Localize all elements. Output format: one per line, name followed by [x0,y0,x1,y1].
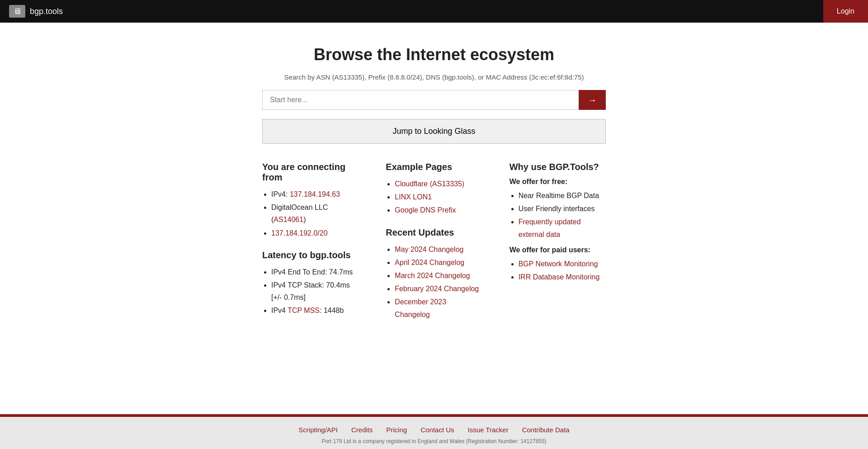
update-march-2024: March 2024 Changelog [395,269,482,282]
paid-item-2: IRR Database Monitoring [519,271,606,283]
tcp-mss-link[interactable]: TCP MSS [288,307,320,314]
latency-tcp: IPv4 TCP Stack: 70.4ms [+/- 0.7ms] [271,281,350,301]
paid-item-1: BGP Network Monitoring [519,258,606,270]
example-pages-list: Cloudflare (AS13335) LINX LON1 Google DN… [386,178,482,217]
logo-container: 🖥 bgp.tools [9,5,63,18]
latency-item-3: IPv4 TCP MSS: 1448b [271,304,359,317]
provider-text: DigitalOcean LLC (AS14061) [271,203,328,223]
linx-link[interactable]: LINX LON1 [395,193,432,201]
feb-2024-link[interactable]: February 2024 Changelog [395,285,479,293]
search-input[interactable] [262,90,579,110]
dec-2023-link[interactable]: December 2023 Changelog [395,298,446,318]
example-linx: LINX LON1 [395,191,482,203]
footer-legal: Port 179 Ltd is a company registered in … [0,438,868,444]
footer-nav: Scripting/API Credits Pricing Contact Us… [0,426,868,434]
connecting-from-list: IPv4: 137.184.194.63 DigitalOcean LLC (A… [262,188,359,239]
example-google: Google DNS Prefix [395,204,482,216]
free-heading: We offer for free: [509,178,606,186]
bgp-monitoring-link[interactable]: BGP Network Monitoring [519,260,598,268]
login-button[interactable]: Login [823,0,868,23]
tcp-mss-suffix: : 1448b [320,307,344,314]
columns: You are connecting from IPv4: 137.184.19… [262,162,606,321]
latency-heading: Latency to bgp.tools [262,250,359,260]
ipv4-item: IPv4: 137.184.194.63 [271,188,359,200]
free-item-3: Frequently updated external data [519,216,606,240]
search-bar: → [262,90,606,110]
free-item-1: Near Realtime BGP Data [519,189,606,202]
free-list: Near Realtime BGP Data User Friendly int… [509,189,606,241]
latency-e2e: IPv4 End To End: 74.7ms [271,268,353,276]
may-2024-link[interactable]: May 2024 Changelog [395,246,463,253]
free-item-2: User Friendly interfaces [519,203,606,215]
header: 🖥 bgp.tools Login [0,0,868,23]
connecting-from-heading: You are connecting from [262,162,359,183]
logo-text: bgp.tools [30,7,63,16]
update-april-2024: April 2024 Changelog [395,256,482,269]
prefix-link[interactable]: 137.184.192.0/20 [271,229,328,237]
external-data-link[interactable]: Frequently updated external data [519,218,581,238]
logo-icon: 🖥 [9,5,25,18]
search-button[interactable]: → [579,90,606,110]
search-description: Search by ASN (AS13335), Prefix (8.8.8.0… [284,73,584,81]
cloudflare-link[interactable]: Cloudflare (AS13335) [395,180,464,188]
latency-item-2: IPv4 TCP Stack: 70.4ms [+/- 0.7ms] [271,279,359,303]
paid-heading: We offer for paid users: [509,246,606,254]
paid-list: BGP Network Monitoring IRR Database Moni… [509,258,606,283]
latency-mss-prefix: IPv4 TCP MSS: 1448b [271,307,344,314]
march-2024-link[interactable]: March 2024 Changelog [395,272,470,279]
update-dec-2023: December 2023 Changelog [395,296,482,320]
looking-glass-button[interactable]: Jump to Looking Glass [262,119,606,144]
why-bgp-column: Why use BGP.Tools? We offer for free: Ne… [509,162,606,284]
latency-list: IPv4 End To End: 74.7ms IPv4 TCP Stack: … [262,266,359,317]
april-2024-link[interactable]: April 2024 Changelog [395,259,464,266]
google-dns-link[interactable]: Google DNS Prefix [395,206,456,214]
connecting-from-column: You are connecting from IPv4: 137.184.19… [262,162,359,318]
footer-credits-link[interactable]: Credits [351,426,373,434]
recent-updates-list: May 2024 Changelog April 2024 Changelog … [386,243,482,321]
page-title: Browse the Internet ecosystem [314,45,554,64]
footer-scripting-link[interactable]: Scripting/API [298,426,338,434]
example-pages-column: Example Pages Cloudflare (AS13335) LINX … [386,162,482,321]
update-may-2024: May 2024 Changelog [395,243,482,255]
main-content: Browse the Internet ecosystem Search by … [0,23,868,414]
prefix-item: 137.184.192.0/20 [271,227,359,239]
update-feb-2024: February 2024 Changelog [395,283,482,295]
latency-item-1: IPv4 End To End: 74.7ms [271,266,359,278]
free-bgp-data: Near Realtime BGP Data [519,192,599,199]
example-pages-heading: Example Pages [386,162,482,172]
asn-link[interactable]: AS14061 [274,216,303,223]
ipv4-link[interactable]: 137.184.194.63 [290,190,340,198]
footer-contribute-link[interactable]: Contribute Data [522,426,570,434]
why-bgp-heading: Why use BGP.Tools? [509,162,606,172]
provider-item: DigitalOcean LLC (AS14061) [271,201,359,226]
footer-contact-link[interactable]: Contact Us [420,426,454,434]
recent-updates-heading: Recent Updates [386,227,482,238]
footer-issue-tracker-link[interactable]: Issue Tracker [468,426,509,434]
ipv4-label: IPv4: [271,190,288,198]
free-interfaces: User Friendly interfaces [519,205,595,213]
footer: Scripting/API Credits Pricing Contact Us… [0,417,868,449]
irr-monitoring-link[interactable]: IRR Database Monitoring [519,273,600,281]
example-cloudflare: Cloudflare (AS13335) [395,178,482,190]
footer-pricing-link[interactable]: Pricing [387,426,407,434]
